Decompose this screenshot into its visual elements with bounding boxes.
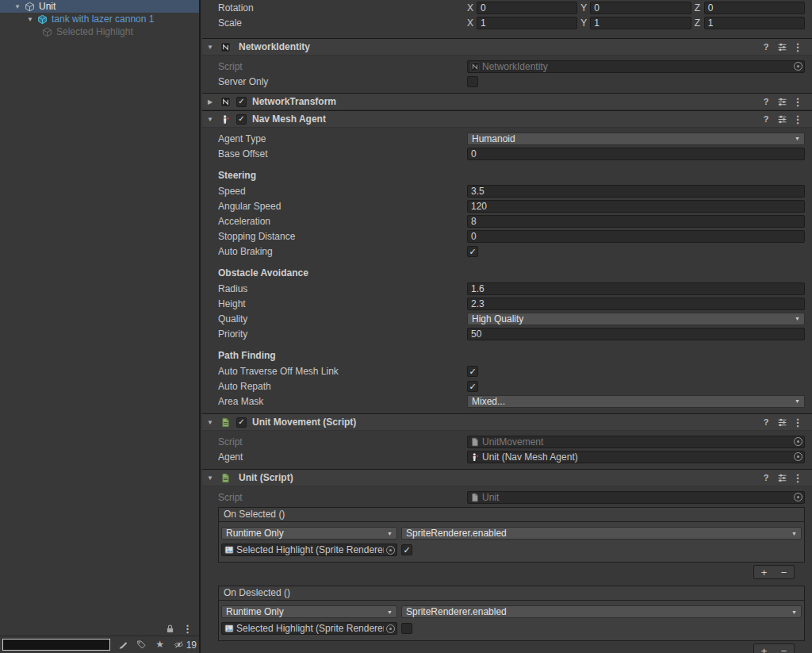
hierarchy-item-tank[interactable]: ▼ tank with lazer cannon 1	[0, 13, 199, 25]
remove-event-button[interactable]: −	[774, 644, 794, 653]
object-picker-icon[interactable]	[386, 546, 395, 555]
agent-object-field[interactable]: Unit (Nav Mesh Agent)	[467, 451, 805, 463]
navmeshagent-header[interactable]: ▼ ✓ Nav Mesh Agent ? ⋮	[202, 110, 812, 128]
kebab-menu-icon[interactable]: ⋮	[791, 96, 804, 108]
help-icon[interactable]: ?	[760, 473, 772, 482]
auto-repath-checkbox[interactable]: ✓	[467, 381, 478, 392]
foldout-open-icon[interactable]: ▼	[13, 3, 22, 10]
unit-movement-header[interactable]: ▼ ✓ Unit Movement (Script) ? ⋮	[202, 413, 812, 431]
script-object-field[interactable]: Unit	[467, 491, 805, 504]
area-mask-dropdown[interactable]: Mixed... ▼	[467, 395, 805, 408]
height-label: Height	[218, 298, 467, 309]
hidden-objects-toggle[interactable]: 19	[173, 639, 197, 651]
component-enabled-checkbox[interactable]: ✓	[236, 417, 247, 428]
chevron-down-icon: ▼	[384, 531, 393, 536]
help-icon[interactable]: ?	[760, 42, 772, 52]
object-picker-icon[interactable]	[386, 624, 395, 633]
component-enabled-checkbox[interactable]: ✓	[236, 114, 247, 125]
stopping-distance-field[interactable]: 0	[467, 230, 805, 243]
event-target-object-field[interactable]: Selected Highlight (Sprite Renderer)	[221, 622, 397, 635]
foldout-open-icon[interactable]: ▼	[205, 419, 215, 426]
base-offset-field[interactable]: 0	[467, 148, 805, 160]
event-function-dropdown[interactable]: SpriteRenderer.enabled ▼	[401, 605, 802, 618]
speed-label: Speed	[218, 186, 467, 197]
tag-icon[interactable]	[136, 639, 147, 651]
speed-row: Speed 3.5	[202, 183, 812, 198]
object-picker-icon[interactable]	[794, 62, 802, 71]
acceleration-field[interactable]: 8	[467, 215, 805, 228]
rotation-y-field[interactable]: 0	[590, 2, 691, 14]
networkidentity-header[interactable]: ▼ NetworkIdentity ? ⋮	[202, 38, 812, 56]
event-mode-dropdown[interactable]: Runtime Only ▼	[221, 605, 397, 618]
foldout-closed-icon[interactable]: ▶	[205, 98, 215, 106]
networkidentity-icon	[220, 41, 232, 53]
foldout-open-icon[interactable]: ▼	[205, 44, 215, 51]
foldout-open-icon[interactable]: ▼	[25, 16, 35, 23]
foldout-open-icon[interactable]: ▼	[205, 474, 215, 482]
add-event-button[interactable]: +	[754, 566, 774, 578]
presets-icon[interactable]	[776, 473, 788, 483]
object-picker-icon[interactable]	[794, 437, 802, 446]
angular-speed-field[interactable]: 120	[467, 200, 805, 213]
foldout-open-icon[interactable]: ▼	[205, 116, 215, 123]
presets-icon[interactable]	[776, 114, 788, 125]
component-title: Nav Mesh Agent	[252, 113, 326, 125]
auto-repath-row: Auto Repath ✓	[202, 378, 812, 394]
auto-braking-checkbox[interactable]: ✓	[467, 246, 478, 257]
component-title: Unit Movement (Script)	[252, 417, 356, 428]
object-picker-icon[interactable]	[794, 452, 802, 461]
help-icon[interactable]: ?	[760, 114, 772, 124]
scale-y-field[interactable]: 1	[590, 17, 691, 29]
kebab-menu-icon[interactable]: ⋮	[791, 41, 804, 53]
presets-icon[interactable]	[776, 97, 788, 107]
object-picker-icon[interactable]	[794, 493, 802, 501]
agent-type-dropdown[interactable]: Humanoid ▼	[467, 133, 805, 145]
component-enabled-checkbox[interactable]: ✓	[236, 97, 247, 107]
event-function-dropdown[interactable]: SpriteRenderer.enabled ▼	[401, 527, 802, 540]
rotation-z-field[interactable]: 0	[704, 2, 805, 14]
quality-value: High Quality	[472, 313, 523, 325]
server-only-checkbox[interactable]: ✓	[467, 76, 478, 87]
agent-value: Unit (Nav Mesh Agent)	[482, 451, 791, 463]
presets-icon[interactable]	[776, 417, 788, 428]
check-icon: ✓	[469, 367, 476, 376]
hierarchy-item-unit[interactable]: ▼ Unit	[0, 0, 199, 13]
height-field[interactable]: 2.3	[467, 298, 805, 310]
scale-x-field[interactable]: 1	[477, 17, 577, 29]
networktransform-header[interactable]: ▶ ✓ NetworkTransform ? ⋮	[202, 93, 812, 110]
remove-event-button[interactable]: −	[774, 566, 794, 578]
event-target-object-field[interactable]: Selected Highlight (Sprite Renderer)	[221, 544, 397, 556]
quality-dropdown[interactable]: High Quality ▼	[467, 313, 805, 325]
hidden-objects-count: 19	[186, 640, 197, 651]
kebab-menu-icon[interactable]: ⋮	[791, 113, 804, 125]
script-label: Script	[218, 436, 467, 447]
presets-icon[interactable]	[776, 42, 788, 52]
unit-script-header[interactable]: ▼ Unit (Script) ? ⋮	[202, 469, 812, 486]
event-mode-dropdown[interactable]: Runtime Only ▼	[221, 527, 397, 540]
scale-label: Scale	[218, 17, 467, 29]
priority-field[interactable]: 50	[467, 328, 805, 340]
brush-icon[interactable]	[117, 639, 128, 651]
lock-icon[interactable]	[164, 623, 176, 635]
script-object-field[interactable]: NetworkIdentity	[467, 60, 805, 73]
kebab-menu-icon[interactable]: ⋮	[791, 417, 804, 428]
help-icon[interactable]: ?	[760, 417, 772, 427]
kebab-menu-icon[interactable]: ⋮	[791, 472, 804, 484]
add-event-button[interactable]: +	[754, 644, 774, 653]
rotation-x-field[interactable]: 0	[477, 2, 577, 14]
event-arg-checkbox[interactable]: ✓	[401, 623, 412, 634]
scale-z-field[interactable]: 1	[704, 17, 805, 29]
hierarchy-item-selected-highlight[interactable]: Selected Highlight	[0, 25, 199, 38]
scale-row: Scale X1 Y1 Z1	[202, 15, 812, 30]
speed-field[interactable]: 3.5	[467, 185, 805, 198]
search-input[interactable]	[2, 639, 110, 651]
rotation-row: Rotation X0 Y0 Z0	[202, 0, 812, 15]
star-icon[interactable]: ★	[154, 639, 165, 651]
help-icon[interactable]: ?	[760, 97, 772, 106]
auto-traverse-checkbox[interactable]: ✓	[467, 366, 478, 377]
radius-field[interactable]: 1.6	[467, 282, 805, 295]
script-object-field[interactable]: UnitMovement	[467, 436, 805, 448]
event-target-value: Selected Highlight (Sprite Renderer)	[236, 623, 384, 634]
kebab-menu-icon[interactable]: ⋮	[182, 623, 193, 635]
event-arg-checkbox[interactable]: ✓	[401, 544, 412, 555]
